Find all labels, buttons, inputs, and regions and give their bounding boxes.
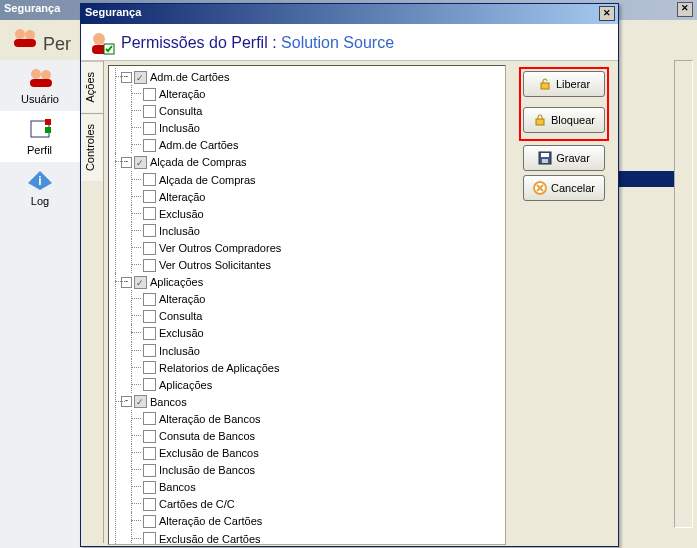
checkbox[interactable] xyxy=(143,447,156,460)
checkbox[interactable] xyxy=(134,276,147,289)
checkbox[interactable] xyxy=(143,327,156,340)
tree-node[interactable]: Consuta de Bancos xyxy=(143,427,503,444)
tree-node[interactable]: Adm.de Cartões xyxy=(143,136,503,153)
tree-node[interactable]: Exclusão de Bancos xyxy=(143,444,503,461)
permissions-tree[interactable]: -Adm.de CartõesAlteraçãoConsultaInclusão… xyxy=(108,65,506,545)
checkbox[interactable] xyxy=(143,532,156,545)
svg-point-3 xyxy=(31,69,41,79)
tree-node[interactable]: Consulta xyxy=(143,102,503,119)
button-panel: Liberar Bloquear Gravar Cancelar xyxy=(510,61,618,543)
save-icon xyxy=(538,151,552,165)
expander-icon[interactable]: - xyxy=(121,277,132,288)
svg-point-11 xyxy=(93,33,105,45)
tree-node-label: Alteração de Cartões xyxy=(159,516,262,528)
tree-node[interactable]: -BancosAlteração de BancosConsuta de Ban… xyxy=(127,393,503,545)
checkbox[interactable] xyxy=(143,464,156,477)
checkbox[interactable] xyxy=(143,242,156,255)
checkbox[interactable] xyxy=(134,156,147,169)
button-label: Gravar xyxy=(556,152,590,164)
tree-node[interactable]: Inclusão xyxy=(143,342,503,359)
parent-close-button[interactable]: ✕ xyxy=(677,2,693,17)
checkbox[interactable] xyxy=(143,190,156,203)
tree-node-label: Alçada de Compras xyxy=(150,157,247,169)
tree-node[interactable]: Alteração de Bancos xyxy=(143,410,503,427)
sidebar-item-usuario[interactable]: Usuário xyxy=(0,60,80,111)
checkbox[interactable] xyxy=(143,293,156,306)
svg-rect-18 xyxy=(542,159,548,163)
checkbox[interactable] xyxy=(143,122,156,135)
tab-controles[interactable]: Controles xyxy=(81,113,103,181)
tree-node[interactable]: Alteração xyxy=(143,85,503,102)
checkbox[interactable] xyxy=(143,139,156,152)
checkbox[interactable] xyxy=(143,412,156,425)
tree-node[interactable]: Cartões de C/C xyxy=(143,495,503,512)
checkbox[interactable] xyxy=(143,207,156,220)
tree-node-label: Exclusão de Cartões xyxy=(159,533,261,545)
tree-node[interactable]: Alçada de Compras xyxy=(143,171,503,188)
sidebar-item-log[interactable]: i Log xyxy=(0,162,80,213)
checkbox[interactable] xyxy=(143,344,156,357)
checkbox[interactable] xyxy=(143,378,156,391)
checkbox[interactable] xyxy=(143,481,156,494)
tree-node[interactable]: Exclusão xyxy=(143,324,503,341)
checkbox[interactable] xyxy=(134,395,147,408)
tree-node[interactable]: Exclusão xyxy=(143,205,503,222)
scrollbar-vertical[interactable] xyxy=(674,60,693,528)
checkbox[interactable] xyxy=(143,88,156,101)
checkbox[interactable] xyxy=(143,310,156,323)
tree-node[interactable]: Aplicações xyxy=(143,376,503,393)
checkbox[interactable] xyxy=(143,224,156,237)
tree-node[interactable]: Alteração xyxy=(143,290,503,307)
tree-node-label: Exclusão de Bancos xyxy=(159,447,259,459)
tree-node-label: Exclusão xyxy=(159,328,204,340)
gravar-button[interactable]: Gravar xyxy=(523,145,605,171)
tree-node-label: Ver Outros Compradores xyxy=(159,242,281,254)
tree-node[interactable]: Consulta xyxy=(143,307,503,324)
cancelar-button[interactable]: Cancelar xyxy=(523,175,605,201)
tree-node[interactable]: Alteração de Cartões xyxy=(143,512,503,529)
tree-node-label: Exclusão xyxy=(159,208,204,220)
tree-node[interactable]: Ver Outros Compradores xyxy=(143,239,503,256)
tree-node-label: Alteração xyxy=(159,88,205,100)
tab-acoes[interactable]: Ações xyxy=(81,61,103,113)
tree-node-label: Consuta de Bancos xyxy=(159,430,255,442)
tree-node[interactable]: Alteração xyxy=(143,188,503,205)
close-button[interactable]: ✕ xyxy=(599,6,615,21)
tree-node[interactable]: Inclusão xyxy=(143,222,503,239)
checkbox[interactable] xyxy=(143,259,156,272)
dialog-title: Segurança xyxy=(85,6,141,18)
tree-node[interactable]: Inclusão xyxy=(143,119,503,136)
checkbox[interactable] xyxy=(143,498,156,511)
tree-node[interactable]: -Adm.de CartõesAlteraçãoConsultaInclusão… xyxy=(127,68,503,153)
checkbox[interactable] xyxy=(143,361,156,374)
button-label: Liberar xyxy=(556,78,590,90)
expander-icon[interactable]: - xyxy=(121,72,132,83)
checkbox[interactable] xyxy=(134,71,147,84)
svg-rect-17 xyxy=(541,153,549,157)
permissions-dialog: Segurança ✕ Permissões do Perfil : Solut… xyxy=(80,3,619,547)
tree-node[interactable]: Ver Outros Solicitantes xyxy=(143,256,503,273)
tree-node-label: Bancos xyxy=(159,481,196,493)
svg-rect-2 xyxy=(14,39,36,47)
checkbox[interactable] xyxy=(143,515,156,528)
expander-icon[interactable]: - xyxy=(121,157,132,168)
checkbox[interactable] xyxy=(143,105,156,118)
tree-node[interactable]: Exclusão de Cartões xyxy=(143,530,503,545)
liberar-button[interactable]: Liberar xyxy=(523,71,605,97)
user-check-icon xyxy=(87,30,115,56)
tree-node[interactable]: -Alçada de ComprasAlçada de ComprasAlter… xyxy=(127,153,503,273)
tree-node[interactable]: -AplicaçõesAlteraçãoConsultaExclusãoIncl… xyxy=(127,273,503,393)
sidebar-item-perfil[interactable]: Perfil xyxy=(0,111,80,162)
expander-icon[interactable]: - xyxy=(121,396,132,407)
svg-rect-15 xyxy=(536,119,544,125)
tree-node-label: Alteração xyxy=(159,191,205,203)
checkbox[interactable] xyxy=(143,430,156,443)
tree-node[interactable]: Relatorios de Aplicações xyxy=(143,359,503,376)
bloquear-button[interactable]: Bloquear xyxy=(523,107,605,133)
svg-text:i: i xyxy=(38,174,41,188)
info-icon: i xyxy=(25,168,55,192)
tree-node[interactable]: Bancos xyxy=(143,478,503,495)
tree-node[interactable]: Inclusão de Bancos xyxy=(143,461,503,478)
checkbox[interactable] xyxy=(143,173,156,186)
tree-node-label: Inclusão xyxy=(159,122,200,134)
